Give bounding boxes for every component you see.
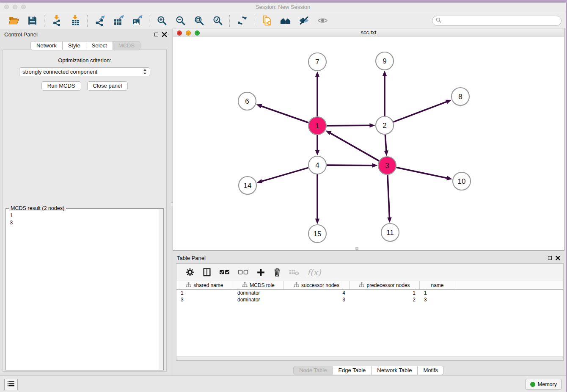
edge-3-10[interactable]	[396, 168, 452, 180]
tab-node-table[interactable]: Node Table	[293, 366, 333, 375]
network-minimize-button[interactable]: −	[186, 30, 191, 36]
show-columns-icon[interactable]	[202, 267, 212, 278]
column-header-successor-nodes[interactable]: successor nodes	[284, 281, 350, 289]
tab-mcds[interactable]: MCDS	[113, 41, 140, 50]
table-row[interactable]: 1dominator411	[176, 290, 563, 296]
edge-1-7[interactable]	[315, 72, 319, 117]
node-14[interactable]: 14	[239, 177, 256, 194]
select-all-icon[interactable]	[219, 267, 230, 278]
export-image-icon[interactable]	[132, 15, 143, 26]
svg-text:7: 7	[315, 58, 319, 66]
close-panel-button[interactable]: Close panel	[87, 81, 128, 91]
network-window-titlebar[interactable]: × − + scc.txt	[173, 28, 564, 38]
column-header-mcds-role[interactable]: MCDS role	[233, 281, 284, 289]
export-table-icon[interactable]	[113, 15, 124, 26]
memory-button[interactable]: Memory	[526, 379, 561, 390]
edge-3-11[interactable]	[387, 175, 391, 223]
column-header-shared-name[interactable]: shared name	[176, 281, 233, 289]
open-file-icon[interactable]	[8, 15, 19, 26]
node-15[interactable]: 15	[308, 225, 326, 243]
copy-network-icon[interactable]	[261, 15, 272, 26]
criterion-dropdown[interactable]: strongly connected component	[19, 67, 150, 76]
edge-2-3[interactable]	[384, 135, 388, 156]
search-input[interactable]	[443, 17, 558, 24]
control-panel-close-icon[interactable]	[162, 32, 167, 37]
table-panel-close-icon[interactable]	[556, 256, 560, 260]
column-header-name[interactable]: name	[420, 281, 455, 289]
import-network-icon[interactable]	[51, 15, 62, 26]
add-row-icon[interactable]	[256, 267, 265, 278]
hierarchy-icon	[186, 282, 191, 289]
first-neighbors-icon[interactable]	[280, 15, 291, 26]
refresh-layout-icon[interactable]	[237, 15, 248, 26]
cell-successor-nodes[interactable]: 3	[284, 296, 350, 303]
edge-2-9[interactable]	[383, 71, 387, 116]
window-close-button[interactable]	[4, 5, 9, 9]
node-9[interactable]: 9	[376, 52, 394, 70]
node-4[interactable]: 4	[308, 156, 326, 174]
cell-predecessor-nodes[interactable]: 1	[350, 290, 420, 296]
cell-mcds-role[interactable]: dominator	[233, 290, 284, 296]
memory-button-label: Memory	[538, 381, 557, 387]
edge-2-8[interactable]	[394, 100, 451, 122]
cell-name[interactable]: 3	[420, 296, 455, 303]
node-8[interactable]: 8	[451, 88, 469, 105]
edge-1-4[interactable]	[315, 135, 319, 156]
cell-mcds-role[interactable]: dominator	[233, 296, 284, 303]
control-panel-tabbar: NetworkStyleSelectMCDS	[30, 41, 140, 50]
edge-1-2[interactable]	[327, 123, 375, 127]
node-10[interactable]: 10	[453, 172, 471, 190]
cell-successor-nodes[interactable]: 4	[284, 290, 350, 296]
column-header-predecessor-nodes[interactable]: predecessor nodes	[350, 281, 420, 289]
import-table-icon[interactable]	[70, 15, 81, 26]
node-11[interactable]: 11	[381, 224, 399, 241]
tab-edge-table[interactable]: Edge Table	[333, 366, 372, 375]
hide-selected-icon[interactable]	[298, 15, 309, 26]
tab-network-table[interactable]: Network Table	[372, 366, 418, 375]
deselect-all-icon[interactable]	[238, 267, 249, 278]
table-settings-icon[interactable]	[185, 267, 195, 278]
zoom-out-icon[interactable]	[175, 15, 186, 26]
table-panel-float-icon[interactable]	[548, 256, 552, 260]
network-close-button[interactable]: ×	[177, 30, 182, 36]
edge-4-3[interactable]	[327, 163, 378, 168]
zoom-fit-icon[interactable]	[193, 15, 204, 26]
edge-1-6[interactable]	[256, 104, 308, 123]
node-7[interactable]: 7	[308, 53, 326, 71]
edge-4-14[interactable]	[257, 168, 308, 183]
cell-name[interactable]: 1	[420, 290, 455, 296]
node-1[interactable]: 1	[308, 117, 326, 135]
mcds-result-line: 1	[10, 212, 160, 219]
delete-row-icon[interactable]	[273, 267, 281, 278]
cell-predecessor-nodes[interactable]: 2	[350, 296, 420, 303]
export-network-icon[interactable]	[94, 15, 105, 26]
node-3[interactable]: 3	[378, 157, 396, 174]
node-6[interactable]: 6	[238, 92, 256, 110]
network-canvas[interactable]: 7968124314101511	[173, 37, 564, 250]
edge-4-15[interactable]	[315, 174, 319, 224]
tab-network[interactable]: Network	[30, 41, 63, 50]
table-horizontal-scrollbar[interactable]	[176, 356, 563, 360]
cell-shared-name[interactable]: 3	[176, 296, 233, 303]
tab-motifs[interactable]: Motifs	[418, 366, 444, 375]
network-zoom-button[interactable]: +	[195, 30, 200, 36]
tab-style[interactable]: Style	[63, 41, 86, 50]
edge-3-1[interactable]	[326, 130, 379, 161]
window-zoom-button[interactable]	[21, 5, 26, 9]
show-all-icon[interactable]	[317, 15, 328, 26]
window-minimize-button[interactable]	[13, 5, 17, 9]
search-box[interactable]	[432, 16, 561, 26]
mcds-result-scrollbar[interactable]	[159, 209, 163, 370]
control-panel-float-icon[interactable]	[154, 33, 158, 36]
run-mcds-button[interactable]: Run MCDS	[41, 81, 81, 91]
table-row[interactable]: 3dominator323	[176, 296, 563, 303]
canvas-scroll-thumb[interactable]	[355, 247, 358, 250]
status-list-button[interactable]	[4, 379, 18, 390]
toolbar-separator	[87, 15, 88, 27]
tab-select[interactable]: Select	[86, 41, 113, 50]
cell-shared-name[interactable]: 1	[176, 290, 233, 296]
save-session-icon[interactable]	[27, 15, 38, 26]
zoom-selected-icon[interactable]	[212, 15, 223, 26]
node-2[interactable]: 2	[376, 116, 394, 134]
zoom-in-icon[interactable]	[156, 15, 167, 26]
